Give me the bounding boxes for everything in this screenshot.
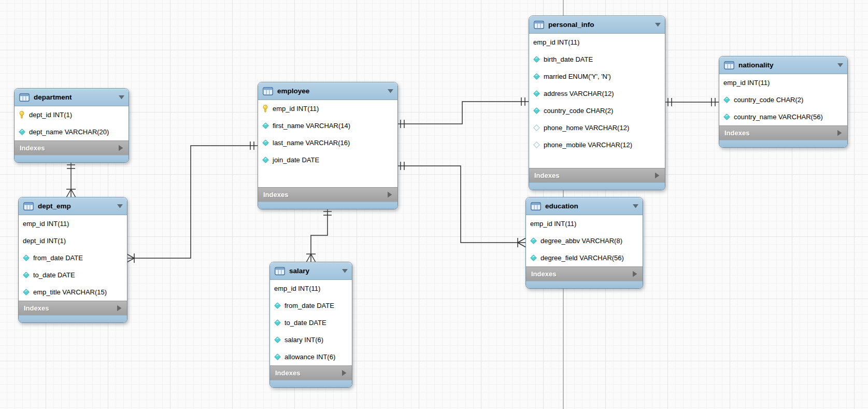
collapse-arrow-icon[interactable] <box>118 95 125 100</box>
table-header[interactable]: education <box>526 198 643 215</box>
column-text: allowance INT(6) <box>284 353 335 361</box>
column-diamond-icon <box>723 96 730 103</box>
collapse-arrow-icon[interactable] <box>117 204 123 208</box>
indexes-bar[interactable]: Indexes <box>529 168 665 182</box>
column-icon-holder <box>19 128 25 136</box>
column-text: dept_id INT(1) <box>23 237 66 245</box>
expand-arrow-icon[interactable] <box>387 191 392 198</box>
table-icon <box>724 61 734 69</box>
crowfoot-prong <box>126 254 134 259</box>
column-diamond-icon <box>533 90 540 97</box>
column-row[interactable]: birth_date DATE <box>529 51 665 68</box>
table-education[interactable]: educationemp_id INT(11)degree_abbv VARCH… <box>525 197 643 289</box>
relationship-line[interactable] <box>126 146 258 258</box>
relationship-employee-dept_emp[interactable] <box>126 142 258 263</box>
collapse-arrow-icon[interactable] <box>837 63 844 67</box>
expand-arrow-icon[interactable] <box>654 172 660 179</box>
indexes-bar[interactable]: Indexes <box>258 187 397 202</box>
column-row[interactable]: married ENUM('Y', 'N') <box>529 68 665 85</box>
table-title: dept_emp <box>38 202 112 210</box>
column-row[interactable]: emp_id INT(11) <box>529 34 665 51</box>
column-row[interactable]: emp_id INT(11) <box>19 215 127 232</box>
column-row[interactable]: to_date DATE <box>270 314 352 331</box>
table-header[interactable]: employee <box>258 82 397 100</box>
relationship-department-dept_emp[interactable] <box>66 161 76 197</box>
expand-arrow-icon[interactable] <box>632 271 637 277</box>
column-row[interactable]: salary INT(6) <box>270 331 352 348</box>
table-nationality[interactable]: nationalityemp_id INT(11)country_code CH… <box>719 56 848 148</box>
table-header[interactable]: department <box>15 89 129 106</box>
column-diamond-icon <box>23 289 30 295</box>
expand-arrow-icon[interactable] <box>118 145 123 151</box>
indexes-bar[interactable]: Indexes <box>270 365 352 380</box>
indexes-bar[interactable]: Indexes <box>19 301 127 315</box>
table-salary[interactable]: salaryemp_id INT(11)from_date DATEto_dat… <box>269 262 352 388</box>
table-department[interactable]: departmentdept_id INT(1)dept_name VARCHA… <box>14 88 129 163</box>
column-row[interactable]: emp_id INT(11) <box>719 74 847 91</box>
relationship-line[interactable] <box>397 102 529 124</box>
column-icon-holder <box>23 288 30 297</box>
column-row[interactable]: phone_home VARCHAR(12) <box>529 119 665 136</box>
column-icon-holder <box>533 73 540 81</box>
table-title: personal_info <box>548 21 650 29</box>
relationship-employee-education[interactable] <box>397 162 525 247</box>
table-employee[interactable]: employeeemp_id INT(11)first_name VARCHAR… <box>258 82 398 209</box>
column-row[interactable]: emp_title VARCHAR(15) <box>19 284 127 301</box>
column-row[interactable]: phone_mobile VARCHAR(12) <box>529 136 665 153</box>
indexes-label: Indexes <box>531 270 632 278</box>
column-row[interactable]: degree_field VARCHAR(56) <box>526 249 643 266</box>
expand-arrow-icon[interactable] <box>341 370 347 376</box>
table-header[interactable]: nationality <box>719 57 847 74</box>
column-row[interactable]: dept_id INT(1) <box>15 106 129 123</box>
column-row[interactable]: first_name VARCHAR(14) <box>258 117 397 134</box>
collapse-arrow-icon[interactable] <box>632 204 639 208</box>
table-header[interactable]: personal_info <box>529 16 665 34</box>
column-text: last_name VARCHAR(16) <box>273 139 350 147</box>
column-diamond-icon <box>274 336 281 343</box>
column-row[interactable]: last_name VARCHAR(16) <box>258 134 397 151</box>
column-row[interactable]: from_date DATE <box>270 297 352 314</box>
relationship-employee-personal_info[interactable] <box>397 97 529 128</box>
table-dept_emp[interactable]: dept_empemp_id INT(11)dept_id INT(1)from… <box>18 197 127 323</box>
column-row[interactable]: emp_id INT(11) <box>526 215 643 232</box>
columns-list: dept_id INT(1)dept_name VARCHAR(20) <box>15 106 129 140</box>
column-row[interactable]: country_code CHAR(2) <box>719 91 847 108</box>
column-row[interactable]: dept_id INT(1) <box>19 232 127 249</box>
collapse-arrow-icon[interactable] <box>654 22 661 27</box>
collapse-arrow-icon[interactable] <box>341 269 348 273</box>
column-row[interactable]: address VARCHAR(12) <box>529 85 665 102</box>
indexes-label: Indexes <box>534 172 654 179</box>
column-row[interactable]: emp_id INT(11) <box>258 100 397 117</box>
column-text: emp_title VARCHAR(15) <box>33 288 107 296</box>
column-text: phone_mobile VARCHAR(12) <box>544 141 632 149</box>
expand-arrow-icon[interactable] <box>837 130 842 136</box>
column-row[interactable]: dept_name VARCHAR(20) <box>15 123 129 140</box>
column-row[interactable]: country_code CHAR(2) <box>529 102 665 119</box>
column-row[interactable]: country_name VARCHAR(56) <box>719 108 847 125</box>
column-row[interactable]: emp_id INT(11) <box>270 280 352 297</box>
crowfoot-prong <box>67 189 72 197</box>
indexes-bar[interactable]: Indexes <box>526 266 643 281</box>
expand-arrow-icon[interactable] <box>117 305 122 312</box>
table-header[interactable]: salary <box>270 262 352 280</box>
table-title: nationality <box>738 61 833 69</box>
column-text: to_date DATE <box>33 271 75 279</box>
table-personal_info[interactable]: personal_infoemp_id INT(11)birth_date DA… <box>529 16 665 190</box>
table-bottom-strip <box>258 202 397 209</box>
column-row[interactable]: allowance INT(6) <box>270 348 352 365</box>
relationship-line[interactable] <box>397 166 525 243</box>
column-row[interactable]: join_date DATE <box>258 151 397 168</box>
column-row[interactable]: from_date DATE <box>19 249 127 266</box>
column-row[interactable]: degree_abbv VARCHAR(8) <box>526 232 643 249</box>
column-icon-holder <box>23 254 30 262</box>
column-text: from_date DATE <box>284 302 334 309</box>
collapse-arrow-icon[interactable] <box>387 89 394 93</box>
table-header[interactable]: dept_emp <box>19 198 127 215</box>
relationship-employee-salary[interactable] <box>306 208 332 262</box>
relationship-personal_info-nationality[interactable] <box>664 98 719 106</box>
column-row[interactable]: to_date DATE <box>19 266 127 284</box>
indexes-bar[interactable]: Indexes <box>719 125 847 140</box>
crowfoot-prong <box>307 254 311 262</box>
indexes-bar[interactable]: Indexes <box>15 140 129 155</box>
table-icon <box>23 202 34 210</box>
